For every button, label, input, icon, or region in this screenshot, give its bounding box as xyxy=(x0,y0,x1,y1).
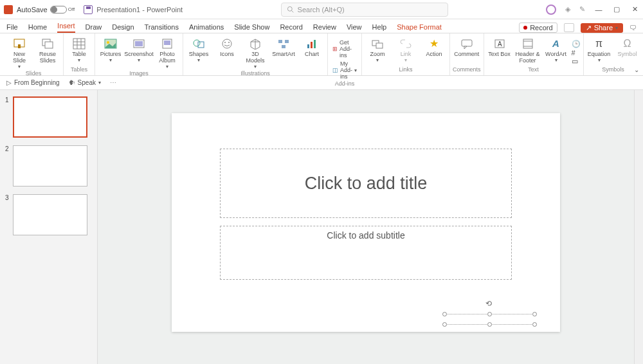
svg-rect-5 xyxy=(45,42,53,48)
tab-record[interactable]: Record xyxy=(280,23,302,33)
object-icon[interactable]: ▭ xyxy=(572,57,581,66)
action-button[interactable]: ★Action xyxy=(421,37,447,58)
my-addins-button[interactable]: ◫My Add-ins▾ xyxy=(331,60,359,80)
slide-canvas-area[interactable]: Click to add title Click to add subtitle… xyxy=(98,90,634,364)
collapse-ribbon-icon[interactable]: ⌄ xyxy=(634,66,639,73)
svg-rect-18 xyxy=(198,42,204,48)
overflow-menu-icon[interactable]: ⋯ xyxy=(110,79,116,86)
tab-design[interactable]: Design xyxy=(112,23,134,33)
group-links: Zoom▾ Link▾ ★Action Links xyxy=(362,33,450,75)
tab-home[interactable]: Home xyxy=(28,23,47,33)
tab-slideshow[interactable]: Slide Show xyxy=(234,23,269,33)
group-illustrations: Shapes▾ Icons 3D Models▾ SmartArt Chart … xyxy=(183,33,328,75)
minimize-button[interactable]: — xyxy=(594,5,603,14)
smartart-button[interactable]: SmartArt xyxy=(271,37,296,58)
maximize-button[interactable]: ▢ xyxy=(612,5,621,14)
slide-thumb-2[interactable]: 2 xyxy=(5,145,92,187)
svg-point-19 xyxy=(222,39,231,48)
vertical-scrollbar[interactable] xyxy=(634,90,643,364)
ribbon: New Slide▾ Reuse Slides Slides Table▾ Ta… xyxy=(0,33,643,76)
svg-rect-29 xyxy=(311,42,312,48)
tab-help[interactable]: Help xyxy=(372,23,387,33)
symbol-button[interactable]: ΩSymbol xyxy=(615,37,640,58)
screenshot-button[interactable]: Screenshot▾ xyxy=(126,37,152,64)
icons-button[interactable]: Icons xyxy=(214,37,240,58)
close-button[interactable]: ✕ xyxy=(630,5,639,14)
tab-draw[interactable]: Draw xyxy=(86,23,102,33)
tab-insert[interactable]: Insert xyxy=(57,22,75,33)
slide[interactable]: Click to add title Click to add subtitle… xyxy=(172,113,560,332)
svg-point-17 xyxy=(194,40,200,46)
wordart-button[interactable]: AWordArt▾ xyxy=(543,37,569,64)
slide-thumb-1[interactable]: 1 xyxy=(5,96,92,138)
group-slides: New Slide▾ Reuse Slides Slides xyxy=(4,33,64,75)
pictures-button[interactable]: Pictures▾ xyxy=(98,37,123,64)
resize-handle[interactable] xyxy=(487,322,492,327)
3d-models-button[interactable]: 3D Models▾ xyxy=(242,37,268,70)
addins-icon: ◫ xyxy=(332,67,338,73)
tab-shape-format[interactable]: Shape Format xyxy=(397,23,442,33)
link-button[interactable]: Link▾ xyxy=(393,37,419,64)
equation-button[interactable]: πEquation▾ xyxy=(586,37,612,64)
slides-panel: 1 2 3 xyxy=(0,90,98,364)
date-time-icon[interactable]: 🕒 xyxy=(572,40,581,48)
slide-thumb-3[interactable]: 3 xyxy=(5,194,92,235)
chart-button[interactable]: Chart xyxy=(299,37,325,58)
table-button[interactable]: Table▾ xyxy=(66,37,92,64)
svg-point-21 xyxy=(228,42,230,43)
reuse-slides-button[interactable]: Reuse Slides xyxy=(35,37,60,64)
diamond-icon[interactable]: ◈ xyxy=(565,5,570,14)
svg-point-0 xyxy=(287,6,292,11)
save-icon[interactable] xyxy=(84,5,93,14)
svg-rect-30 xyxy=(314,40,316,48)
header-footer-button[interactable]: Header & Footer xyxy=(515,37,541,64)
tab-animations[interactable]: Animations xyxy=(189,23,224,33)
svg-rect-37 xyxy=(523,39,532,48)
search-input[interactable]: Search (Alt+Q) xyxy=(281,3,448,17)
tab-file[interactable]: File xyxy=(6,23,18,33)
zoom-button[interactable]: Zoom▾ xyxy=(365,37,390,64)
subtitle-placeholder[interactable]: Click to add subtitle xyxy=(220,226,512,280)
photo-album-button[interactable]: Photo Album▾ xyxy=(154,37,180,70)
pi-icon: π xyxy=(595,38,602,50)
toggle-track xyxy=(50,6,67,14)
resize-handle[interactable] xyxy=(532,312,537,316)
document-title: Presentation1 - PowerPoint xyxy=(96,6,183,14)
comment-button[interactable]: Comment xyxy=(454,37,480,58)
get-addins-button[interactable]: ⊞Get Add-ins xyxy=(331,39,359,59)
svg-rect-25 xyxy=(278,40,282,43)
resize-handle[interactable] xyxy=(532,322,537,327)
resize-handle[interactable] xyxy=(442,322,447,327)
rotate-handle-icon[interactable]: ⟲ xyxy=(485,299,492,305)
shapes-button[interactable]: Shapes▾ xyxy=(186,37,212,64)
title-placeholder[interactable]: Click to add title xyxy=(220,149,512,218)
resize-handle[interactable] xyxy=(487,312,492,316)
comments-toggle-icon[interactable] xyxy=(564,23,574,32)
new-slide-button[interactable]: New Slide▾ xyxy=(6,37,32,70)
tab-transitions[interactable]: Transitions xyxy=(145,23,179,33)
group-images: Pictures▾ Screenshot▾ Photo Album▾ Image… xyxy=(95,33,183,75)
share-icon: ↗ xyxy=(586,24,592,32)
play-icon: ▷ xyxy=(6,79,12,86)
text-box-button[interactable]: AText Box xyxy=(487,37,512,58)
avatar-icon[interactable] xyxy=(546,5,556,15)
autosave-toggle[interactable]: AutoSave Off xyxy=(17,6,75,14)
star-icon: ★ xyxy=(430,38,439,50)
selected-shape[interactable]: ⟲ xyxy=(444,314,534,324)
comment-pane-icon[interactable]: 🗨 xyxy=(629,24,637,32)
tab-review[interactable]: Review xyxy=(313,23,336,33)
svg-rect-33 xyxy=(462,40,472,46)
ribbon-tabs: File Home Insert Draw Design Transitions… xyxy=(0,19,643,33)
tab-view[interactable]: View xyxy=(347,23,362,33)
from-beginning-button[interactable]: ▷ From Beginning xyxy=(6,79,60,86)
pen-icon[interactable]: ✎ xyxy=(579,5,585,14)
speak-button[interactable]: 🗣 Speak ▾ xyxy=(69,79,101,86)
slide-number-icon[interactable]: # xyxy=(572,49,581,57)
svg-rect-14 xyxy=(135,41,143,46)
svg-rect-26 xyxy=(285,40,289,43)
share-button[interactable]: ↗ Share ▾ xyxy=(581,23,623,33)
resize-handle[interactable] xyxy=(442,312,447,316)
record-label: Record xyxy=(530,24,552,32)
record-button[interactable]: Record xyxy=(519,23,557,33)
group-tables: Table▾ Tables xyxy=(64,33,95,75)
